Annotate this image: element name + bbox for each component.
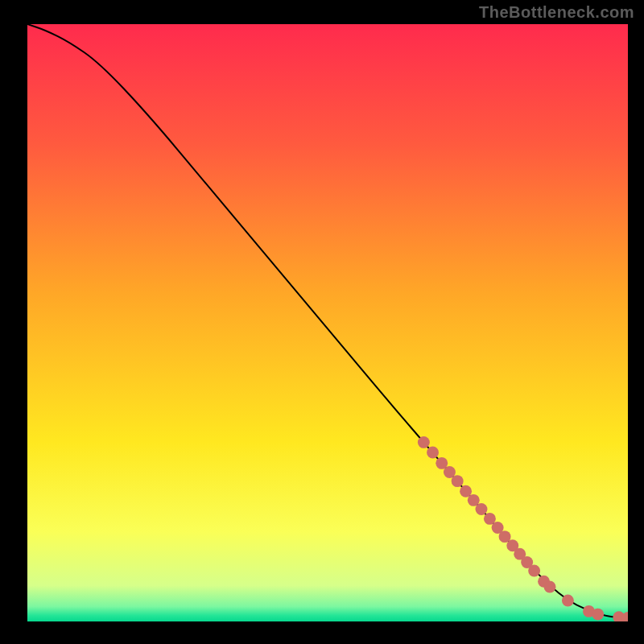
chart-frame: TheBottleneck.com — [0, 0, 644, 644]
curve-marker — [562, 595, 574, 607]
curve-marker — [528, 564, 540, 576]
plot-area — [27, 24, 628, 621]
curve-marker — [418, 436, 430, 448]
chart-svg — [27, 24, 628, 621]
curve-marker — [452, 475, 464, 487]
curve-marker — [592, 609, 604, 621]
curve-marker — [427, 447, 439, 459]
curve-marker — [544, 581, 556, 593]
attribution-text: TheBottleneck.com — [479, 3, 634, 22]
gradient-rect — [27, 24, 628, 621]
curve-marker — [476, 503, 488, 515]
